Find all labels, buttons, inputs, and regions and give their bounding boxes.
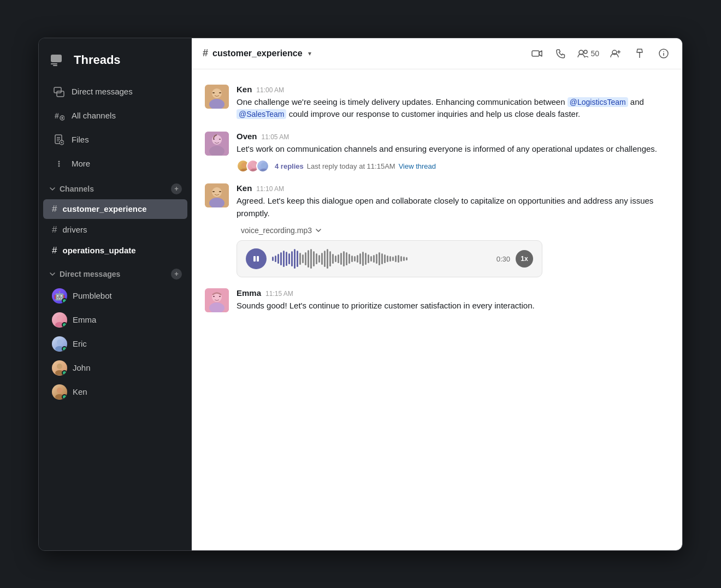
view-thread-link[interactable]: View thread — [399, 162, 436, 170]
member-count: 50 — [590, 49, 599, 58]
thread-replies: 4 replies Last reply today at 11:15AM Vi… — [237, 159, 669, 173]
nav-item-direct-messages[interactable]: Direct messages — [43, 80, 187, 103]
svg-point-36 — [663, 51, 664, 52]
more-icon — [53, 158, 65, 170]
dm-item-john[interactable]: John — [43, 357, 187, 379]
message-header-emma: Emma 11:15 AM — [237, 288, 669, 298]
svg-point-17 — [58, 163, 60, 164]
channel-item-operations-update[interactable]: # operations_update — [43, 241, 187, 260]
ken-message-avatar — [205, 85, 229, 109]
info-button[interactable] — [656, 46, 671, 61]
emma-message-avatar — [205, 288, 229, 312]
dm-item-eric[interactable]: Eric — [43, 332, 187, 355]
phone-call-button[interactable] — [553, 46, 569, 61]
all-channels-icon: # — [53, 110, 65, 122]
svg-rect-40 — [212, 92, 215, 93]
add-dm-button[interactable]: + — [171, 269, 182, 280]
channel-hash-header: # — [203, 47, 208, 59]
speed-label: 1x — [521, 255, 528, 263]
chat-header-left: # customer_experience ▾ — [203, 47, 311, 59]
svg-rect-0 — [51, 55, 62, 62]
message-header-oven: Oven 11:05 AM — [237, 132, 669, 141]
nav-dm-label: Direct messages — [72, 87, 133, 96]
add-channel-button[interactable]: + — [171, 183, 182, 194]
nav-files-label: Files — [72, 135, 89, 144]
eric-avatar — [52, 336, 67, 352]
members-button[interactable]: 50 — [577, 49, 599, 58]
msg-time-ken-2: 11:10 AM — [256, 185, 284, 193]
channel-hash-icon: # — [52, 204, 57, 215]
nav-item-more[interactable]: More — [43, 152, 187, 175]
ken-status — [62, 394, 67, 400]
svg-point-52 — [259, 169, 268, 173]
nav-item-all-channels[interactable]: # All channels — [43, 104, 187, 127]
channels-section-header: Channels + — [39, 176, 192, 199]
dm-item-pumblebot[interactable]: 🤖 Pumblebot — [43, 284, 187, 307]
pause-button[interactable] — [246, 248, 267, 269]
svg-rect-57 — [219, 191, 221, 192]
attachment-label[interactable]: voice_recording.mp3 — [237, 224, 326, 237]
svg-rect-56 — [212, 191, 215, 192]
svg-rect-3 — [54, 87, 61, 93]
ken-message-avatar-2 — [205, 183, 229, 207]
app-title: Threads — [74, 53, 121, 67]
dm-item-ken[interactable]: Ken — [43, 381, 187, 403]
message-block-oven: Oven 11:05 AM Let's work on communicatio… — [205, 127, 669, 177]
main-chat: # customer_experience ▾ — [192, 38, 682, 550]
message-block-ken-2: Ken 11:10 AM Agreed. Let's keep this dia… — [205, 179, 669, 282]
message-header-ken-2: Ken 11:10 AM — [237, 183, 669, 193]
mention-sales: @SalesTeam — [237, 109, 286, 119]
channel-hash-icon-3: # — [52, 245, 57, 256]
channel-item-customer-experience[interactable]: # customer_experience — [43, 199, 187, 219]
message-body-ken-2: Ken 11:10 AM Agreed. Let's keep this dia… — [237, 183, 669, 277]
svg-text:#: # — [55, 111, 59, 120]
svg-rect-63 — [213, 296, 215, 297]
pumblebot-status — [62, 298, 67, 304]
chat-header-right: 50 — [529, 46, 671, 61]
channel-hash-icon-2: # — [52, 224, 57, 235]
msg-author-ken-1: Ken — [237, 85, 252, 94]
svg-point-29 — [584, 50, 587, 54]
svg-rect-59 — [257, 256, 259, 262]
msg-author-oven: Oven — [237, 132, 257, 141]
john-avatar — [52, 360, 67, 376]
msg-time-emma: 11:15 AM — [265, 290, 293, 298]
svg-rect-2 — [53, 65, 57, 66]
john-status — [62, 370, 67, 376]
channels-section-label: Channels — [60, 185, 94, 193]
files-icon — [53, 134, 65, 146]
channel-name-drivers: drivers — [62, 225, 87, 234]
ken-dm-avatar — [52, 384, 67, 400]
channel-chevron-icon[interactable]: ▾ — [308, 50, 311, 57]
sidebar-header: Threads — [39, 38, 192, 80]
oven-message-avatar — [205, 132, 229, 156]
svg-rect-4 — [57, 91, 64, 97]
attachment-filename: voice_recording.mp3 — [241, 226, 312, 235]
msg-text-ken-2: Agreed. Let's keep this dialogue open an… — [237, 195, 669, 219]
dm-section-label: Direct messages — [60, 270, 120, 278]
svg-rect-46 — [219, 139, 221, 140]
svg-point-18 — [58, 165, 60, 167]
msg-text-ken-1: One challenge we're seeing is timely del… — [237, 96, 669, 121]
svg-rect-58 — [253, 256, 256, 262]
channel-item-drivers[interactable]: # drivers — [43, 220, 187, 240]
nav-item-files[interactable]: Files — [43, 128, 187, 151]
pin-button[interactable] — [632, 46, 647, 61]
message-body-ken-1: Ken 11:00 AM One challenge we're seeing … — [237, 85, 669, 121]
dm-collapse-btn[interactable]: Direct messages — [49, 270, 120, 278]
svg-rect-1 — [51, 63, 57, 64]
message-header-ken-1: Ken 11:00 AM — [237, 85, 669, 94]
dm-john-label: John — [73, 363, 91, 372]
dm-emma-label: Emma — [73, 315, 96, 324]
message-body-emma: Emma 11:15 AM Sounds good! Let's continu… — [237, 288, 669, 312]
dm-item-emma[interactable]: Emma — [43, 308, 187, 331]
svg-point-19 — [57, 316, 62, 321]
channels-collapse-btn[interactable]: Channels — [49, 185, 94, 193]
dm-ken-label: Ken — [73, 387, 87, 396]
speed-button[interactable]: 1x — [516, 250, 533, 268]
message-block-emma: Emma 11:15 AM Sounds good! Let's continu… — [205, 284, 669, 317]
svg-rect-45 — [213, 139, 215, 140]
add-member-button[interactable] — [608, 46, 623, 61]
video-call-button[interactable] — [529, 46, 545, 61]
svg-point-16 — [58, 161, 60, 162]
